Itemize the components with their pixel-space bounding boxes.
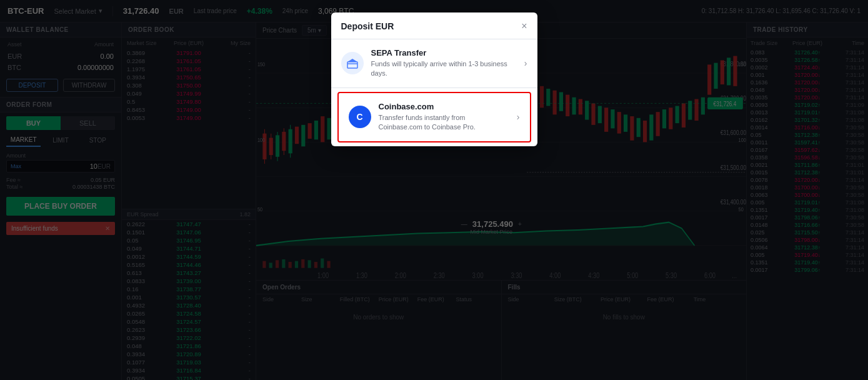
coinbase-title: Coinbase.com [379, 102, 509, 111]
sepa-arrow-icon: › [524, 58, 527, 68]
modal-header: Deposit EUR × [331, 12, 537, 39]
sepa-option[interactable]: SEPA Transfer Funds will typically arriv… [331, 39, 537, 88]
svg-rect-123 [347, 62, 357, 68]
sepa-title: SEPA Transfer [371, 48, 517, 58]
coinbase-arrow-icon: › [517, 112, 520, 122]
sepa-bank-icon [341, 52, 364, 74]
modal-overlay[interactable]: Deposit EUR × SEPA Transfer Funds will t… [0, 0, 868, 380]
deposit-modal: Deposit EUR × SEPA Transfer Funds will t… [331, 12, 537, 146]
sepa-option-text: SEPA Transfer Funds will typically arriv… [371, 48, 517, 79]
coinbase-description: Transfer funds instantly from Coinbase.c… [379, 113, 509, 132]
coinbase-logo-icon: C [349, 106, 371, 128]
coinbase-option-text: Coinbase.com Transfer funds instantly fr… [379, 102, 509, 132]
sepa-description: Funds will typically arrive within 1-3 b… [371, 59, 517, 79]
modal-close-button[interactable]: × [521, 21, 527, 31]
modal-title: Deposit EUR [341, 21, 394, 31]
coinbase-option[interactable]: C Coinbase.com Transfer funds instantly … [337, 92, 531, 142]
